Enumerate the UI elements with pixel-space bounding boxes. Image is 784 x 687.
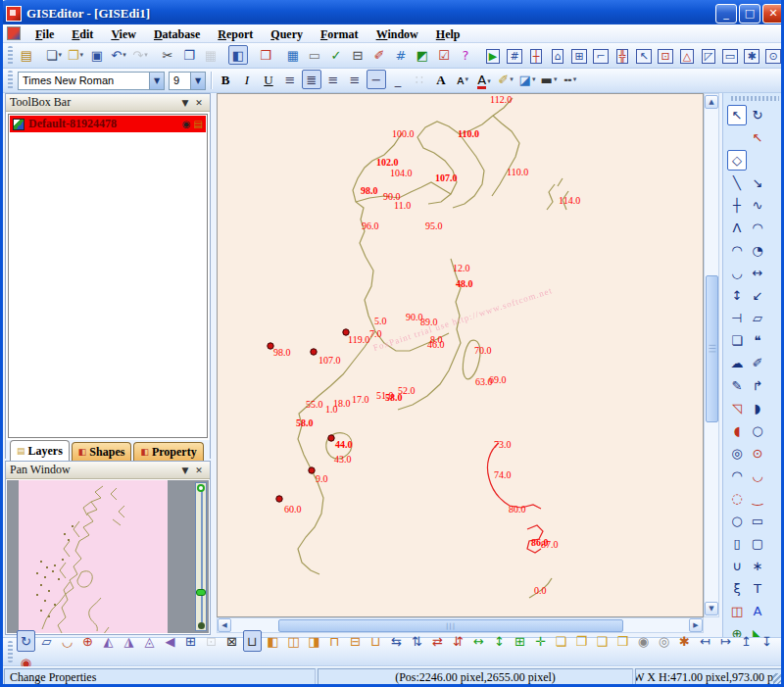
align-right-button[interactable]: ◨ xyxy=(305,630,323,652)
tab-property[interactable]: ◧Property xyxy=(133,442,203,461)
legend-button[interactable]: ◩ xyxy=(413,45,432,65)
chevron-down-icon[interactable]: ▾ xyxy=(144,51,148,59)
shrink-font-button[interactable]: ᴀ▾ xyxy=(453,70,472,89)
toolbar-grip[interactable] xyxy=(8,46,13,66)
bring-forward-button[interactable]: ❑ xyxy=(593,630,612,652)
symbol-tool-button[interactable]: ✱ xyxy=(742,46,761,66)
undo-button[interactable]: ↶▾ xyxy=(109,45,128,65)
menu-format[interactable]: Format xyxy=(312,26,368,43)
display-settings-button[interactable]: ▦ xyxy=(283,45,303,65)
line-width-button[interactable]: ▬▾ xyxy=(539,70,559,89)
distribute-v-button[interactable]: ⇅ xyxy=(408,630,426,652)
tab-layers[interactable]: ▤Layers xyxy=(10,440,70,461)
align-center-button[interactable]: ◫ xyxy=(284,630,303,652)
char-tool[interactable]: A xyxy=(748,601,767,621)
label-flag-tool[interactable]: ◫ xyxy=(727,601,747,621)
rect-flag-tool[interactable]: ▱ xyxy=(748,308,767,328)
center-canvas-button[interactable]: ✛ xyxy=(531,630,550,652)
resize-grip[interactable] xyxy=(773,673,784,685)
point-marker[interactable] xyxy=(276,496,282,502)
align-top-button[interactable]: ⊓ xyxy=(325,630,344,652)
grow-font-button[interactable]: A xyxy=(431,70,451,89)
chevron-down-icon[interactable]: ▾ xyxy=(80,51,84,59)
dash-style-button[interactable]: ╍▾ xyxy=(561,70,580,89)
same-size-button[interactable]: ⊞ xyxy=(511,630,529,652)
triangulate-button[interactable]: △ xyxy=(677,46,697,66)
free-rotate-button[interactable]: ▱ xyxy=(37,630,56,652)
polyline-tool[interactable]: Λ xyxy=(727,218,747,238)
red-circle-tool[interactable]: ◌ xyxy=(727,488,747,509)
align-left-button[interactable]: ◧ xyxy=(264,630,282,652)
chevron-down-icon[interactable]: ▾ xyxy=(573,75,577,83)
marked-circle-tool[interactable]: ◎ xyxy=(727,443,747,464)
chevron-down-icon[interactable]: ▼ xyxy=(190,73,205,89)
toolbar-grip[interactable] xyxy=(8,641,13,662)
toolbar-grip[interactable] xyxy=(8,71,13,89)
pan-overview-map[interactable] xyxy=(19,480,168,633)
chevron-down-icon[interactable]: ▾ xyxy=(122,51,126,59)
nudge-up-button[interactable]: ↥ xyxy=(737,630,756,652)
map-canvas[interactable]: FoxPaint trial use http://www.softcom.ne… xyxy=(217,93,704,617)
zoom-slider[interactable] xyxy=(195,482,207,631)
panel-close-icon[interactable]: ✕ xyxy=(192,98,206,108)
shape-d-tool[interactable]: ◗ xyxy=(748,398,767,418)
rotate-right-button[interactable]: ◮ xyxy=(120,630,138,652)
distribute-h-button[interactable]: ⇆ xyxy=(387,630,406,652)
panel-collapse-icon[interactable]: ▼ xyxy=(178,98,192,108)
nudge-down-button[interactable]: ↧ xyxy=(758,630,776,652)
export-button[interactable]: ✐ xyxy=(369,45,389,65)
nudge-left-button[interactable]: ↤ xyxy=(696,630,714,652)
palette-grip[interactable] xyxy=(731,96,779,101)
arc-tool[interactable]: ◠ xyxy=(748,218,767,238)
point-marker[interactable] xyxy=(309,467,315,473)
red-arc-tool[interactable]: ◡ xyxy=(748,466,767,486)
flip-horizontal-button[interactable]: ◀ xyxy=(161,630,179,652)
curve-tool[interactable]: ∿ xyxy=(748,195,767,216)
new-button[interactable]: ❏▾ xyxy=(44,45,64,65)
align-justify-button[interactable]: ≡ xyxy=(345,70,365,89)
toolbox-panel-header[interactable]: ToolBox Bar ▼ ✕ xyxy=(6,94,210,112)
small-ellipse-tool[interactable]: ○ xyxy=(727,511,747,531)
pie-tool[interactable]: ◔ xyxy=(748,240,767,261)
print-button[interactable]: ⊟ xyxy=(348,45,368,65)
zoom-slider-thumb[interactable] xyxy=(196,589,206,596)
brush-tool[interactable]: ✎ xyxy=(727,375,747,396)
menu-view[interactable]: View xyxy=(102,26,145,43)
panel-collapse-icon[interactable]: ▼ xyxy=(178,466,192,475)
node-select-tool[interactable]: ↖ xyxy=(748,127,767,148)
group-button[interactable]: ⊞ xyxy=(181,630,200,652)
menu-edit[interactable]: Edit xyxy=(63,26,102,43)
dimension-v-tool[interactable]: ↕ xyxy=(727,285,747,306)
arc2-tool[interactable]: ◠ xyxy=(727,466,747,486)
ellipse-tool[interactable]: ○ xyxy=(748,420,767,441)
chevron-down-icon[interactable]: ▾ xyxy=(532,75,536,83)
menu-file[interactable]: File xyxy=(26,26,63,43)
menu-window[interactable]: Window xyxy=(368,26,427,43)
vertical-scrollbar[interactable]: ▲ ||| ▼ xyxy=(704,93,719,617)
zoom-out-handle-icon[interactable] xyxy=(198,622,205,629)
measure-button[interactable]: ▭ xyxy=(305,45,324,65)
copy-button[interactable]: ❐ xyxy=(179,45,199,65)
spellcheck-button[interactable]: ☑ xyxy=(434,45,454,65)
dot-circle-tool[interactable]: ⊙ xyxy=(748,443,767,464)
font-size-combo[interactable]: 9 ▼ xyxy=(169,72,206,90)
scroll-down-icon[interactable]: ▼ xyxy=(705,602,718,615)
align-bottom-button[interactable]: ⊔ xyxy=(367,630,385,652)
rect-callout-tool[interactable]: ❏ xyxy=(727,330,747,351)
polygon-tool-button[interactable]: ⌂ xyxy=(548,46,567,66)
chevron-down-icon[interactable]: ▼ xyxy=(149,73,164,89)
menu-query[interactable]: Query xyxy=(262,26,312,43)
merge-button[interactable]: ◉ xyxy=(634,630,653,652)
snap-tool-button[interactable]: ↖ xyxy=(634,46,654,66)
reference-line-button[interactable]: ┼ xyxy=(526,46,546,66)
open-button[interactable]: ❐▾ xyxy=(66,45,85,65)
vertical-scroll-thumb[interactable]: ||| xyxy=(706,275,718,422)
chevron-down-icon[interactable]: ▾ xyxy=(554,75,558,83)
chord-tool[interactable]: ◡ xyxy=(727,263,747,283)
validate-button[interactable]: ✓ xyxy=(326,45,346,65)
layer-database-icon[interactable]: ▤ xyxy=(194,119,203,129)
minimize-button[interactable]: _ xyxy=(715,4,737,24)
squiggle-tool[interactable]: ξ xyxy=(727,578,747,599)
poly-arrow-tool[interactable]: ↱ xyxy=(748,375,767,396)
cloud-callout-tool[interactable]: ☁ xyxy=(727,353,747,373)
